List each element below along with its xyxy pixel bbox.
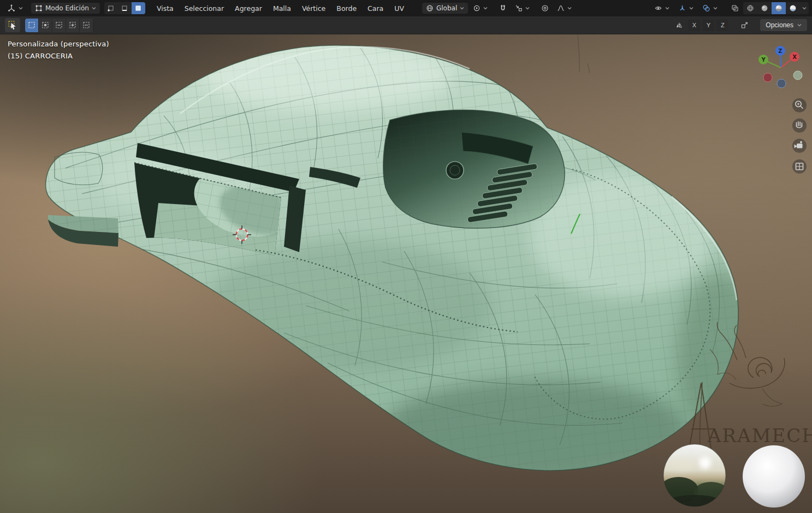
snap-magnet-icon bbox=[499, 4, 507, 12]
select-box-subtract-icon bbox=[55, 21, 63, 29]
falloff-curve-icon bbox=[557, 4, 565, 12]
shading-mode-group bbox=[743, 2, 809, 14]
menu-vertice[interactable]: Vértice bbox=[297, 2, 330, 15]
gizmos-icon bbox=[678, 4, 686, 12]
snap-target-icon bbox=[515, 4, 523, 12]
snap-target-dropdown[interactable] bbox=[511, 3, 534, 14]
gizmo-y-label: Y bbox=[761, 57, 766, 63]
chevron-down-icon bbox=[483, 7, 488, 10]
viewport-header: Modo Edición Vista Seleccionar Agregar M… bbox=[0, 0, 812, 16]
wireframe-shading-icon bbox=[746, 4, 754, 12]
gizmos-dropdown[interactable] bbox=[674, 3, 697, 14]
mirror-x-button[interactable]: X bbox=[688, 20, 700, 31]
global-orientation-icon bbox=[426, 4, 434, 12]
chevron-down-icon bbox=[567, 7, 572, 10]
visibility-eye-icon bbox=[654, 4, 662, 12]
chevron-down-icon bbox=[713, 7, 718, 10]
zoom-button[interactable] bbox=[792, 98, 807, 112]
menu-seleccionar[interactable]: Seleccionar bbox=[180, 2, 229, 15]
select-tool-group bbox=[25, 19, 93, 32]
gizmo-z-label: Z bbox=[778, 48, 782, 54]
menu-uv[interactable]: UV bbox=[389, 2, 409, 15]
shading-material-button[interactable] bbox=[772, 2, 786, 14]
rendered-shading-icon bbox=[789, 4, 797, 12]
editor-type-button[interactable] bbox=[3, 3, 27, 14]
matcap-sphere bbox=[743, 445, 805, 508]
falloff-dropdown[interactable] bbox=[553, 3, 576, 14]
chevron-down-icon bbox=[665, 7, 669, 10]
vertex-select-button[interactable] bbox=[104, 2, 118, 14]
select-box-extend-icon bbox=[42, 21, 49, 29]
face-select-button[interactable] bbox=[132, 2, 145, 14]
gizmo-neg-y-ball[interactable] bbox=[793, 71, 802, 80]
edit-mode-icon bbox=[35, 4, 43, 12]
transform-snap-icon bbox=[740, 21, 749, 29]
view-name-label: Personalizada (perspectiva) bbox=[8, 40, 109, 48]
editor-type-icon bbox=[7, 4, 16, 12]
overlays-dropdown[interactable] bbox=[698, 3, 721, 14]
chevron-down-icon bbox=[689, 7, 694, 10]
shading-rendered-button[interactable] bbox=[786, 2, 800, 14]
watermark-text: ARAMECHA bbox=[707, 425, 812, 446]
pivot-dropdown[interactable] bbox=[469, 3, 491, 14]
menu-cara[interactable]: Cara bbox=[363, 2, 388, 15]
grid-view-button[interactable] bbox=[792, 159, 807, 174]
shading-solid-button[interactable] bbox=[757, 2, 772, 14]
viewport-3d[interactable]: Z Y X bbox=[0, 0, 812, 513]
solid-shading-icon bbox=[761, 4, 768, 12]
select-box-icon bbox=[28, 21, 35, 29]
mirror-icon bbox=[675, 21, 683, 29]
snap-toggle-button[interactable] bbox=[496, 2, 510, 14]
chevron-down-icon bbox=[525, 7, 530, 10]
select-box-intersect-icon bbox=[82, 21, 90, 29]
chevron-down-icon bbox=[92, 7, 96, 10]
transform-snap-button[interactable] bbox=[737, 19, 751, 31]
face-select-icon bbox=[134, 4, 142, 12]
overlays-icon bbox=[702, 4, 710, 12]
menu-agregar[interactable]: Agregar bbox=[230, 2, 267, 15]
pan-hand-button[interactable] bbox=[792, 118, 807, 133]
select-mode-invert-button[interactable] bbox=[66, 19, 80, 32]
mirror-label-icon bbox=[672, 19, 686, 31]
proportional-editing-button[interactable] bbox=[538, 2, 552, 14]
xray-toggle-button[interactable] bbox=[728, 2, 742, 14]
mirror-y-button[interactable]: Y bbox=[702, 20, 714, 31]
pivot-point-icon bbox=[473, 4, 481, 12]
edge-select-icon bbox=[121, 4, 128, 12]
chevron-down-icon bbox=[460, 7, 464, 10]
visibility-dropdown[interactable] bbox=[650, 3, 673, 14]
mode-dropdown[interactable]: Modo Edición bbox=[31, 3, 100, 14]
gizmo-x-label: X bbox=[792, 54, 797, 60]
mode-label: Modo Edición bbox=[45, 4, 89, 12]
menu-malla[interactable]: Malla bbox=[268, 2, 296, 15]
select-mode-subtract-button[interactable] bbox=[52, 19, 66, 32]
active-tool-button[interactable] bbox=[5, 18, 20, 32]
chevron-down-icon bbox=[802, 7, 807, 10]
select-mode-group bbox=[104, 2, 145, 14]
select-mode-intersect-button[interactable] bbox=[80, 19, 93, 32]
options-dropdown[interactable]: Opciones bbox=[760, 19, 807, 31]
orientation-dropdown[interactable]: Global bbox=[422, 3, 468, 14]
options-label: Opciones bbox=[766, 21, 793, 29]
gizmo-neg-z-ball[interactable] bbox=[777, 79, 786, 88]
camera-view-button[interactable] bbox=[792, 139, 807, 153]
chevron-down-icon bbox=[19, 7, 23, 10]
select-box-invert-icon bbox=[69, 21, 76, 29]
proportional-editing-icon bbox=[541, 4, 549, 12]
edge-select-button[interactable] bbox=[118, 2, 132, 14]
menubar: Vista Seleccionar Agregar Malla Vértice … bbox=[152, 2, 409, 15]
menu-vista[interactable]: Vista bbox=[152, 2, 179, 15]
orientation-label: Global bbox=[436, 4, 457, 12]
shading-options-dropdown[interactable] bbox=[800, 2, 809, 14]
tweak-tool-icon bbox=[8, 21, 17, 30]
tool-settings-bar: X Y Z Opciones bbox=[0, 16, 812, 34]
menu-borde[interactable]: Borde bbox=[331, 2, 361, 15]
select-mode-new-button[interactable] bbox=[25, 19, 39, 32]
xray-toggle-icon bbox=[731, 4, 739, 12]
mirror-z-button[interactable]: Z bbox=[716, 20, 728, 31]
vertex-select-icon bbox=[107, 4, 115, 12]
shading-wireframe-button[interactable] bbox=[743, 2, 757, 14]
gizmo-neg-x-ball[interactable] bbox=[763, 73, 772, 82]
chevron-down-icon bbox=[797, 23, 802, 27]
select-mode-extend-button[interactable] bbox=[39, 19, 52, 32]
